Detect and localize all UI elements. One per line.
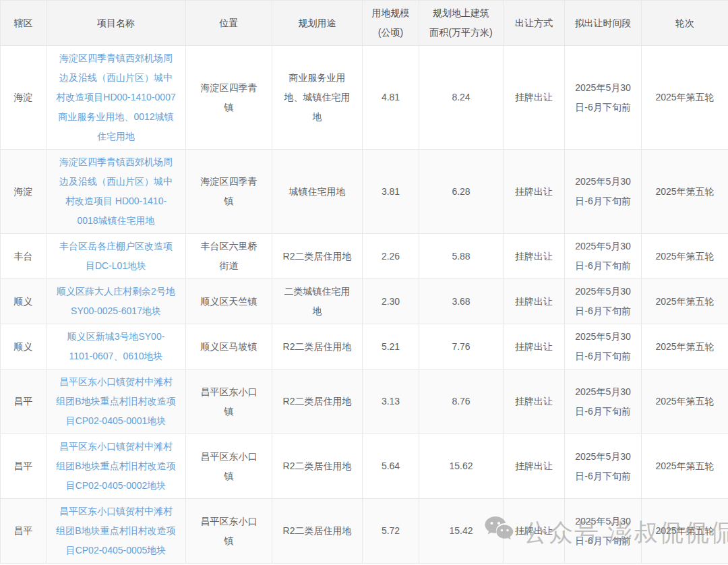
cell-land-area: 3.13 (363, 369, 419, 434)
cell-period: 2025年5月30日-6月下旬前 (565, 324, 642, 369)
cell-building-area: 6.28 (419, 150, 504, 234)
column-header-period: 拟出让时间段 (565, 1, 642, 46)
cell-period: 2025年5月30日-6月下旬前 (565, 369, 642, 434)
cell-project[interactable]: 丰台区岳各庄棚户区改造项目DC-L01地块 (47, 234, 186, 279)
cell-period: 2025年5月30日-6月下旬前 (565, 499, 642, 564)
cell-land-area: 5.21 (363, 324, 419, 369)
cell-project[interactable]: 昌平区东小口镇贺村中滩村组团B地块重点村旧村改造项目CP02-0405-0002… (47, 434, 186, 499)
table-row: 海淀海淀区四季青镇西郊机场周边及沿线（西山片区）城中村改造项目HD00-1410… (1, 46, 728, 150)
cell-land-area: 3.81 (363, 150, 419, 234)
cell-project[interactable]: 昌平区东小口镇贺村中滩村组团B地块重点村旧村改造项目CP02-0405-0001… (47, 369, 186, 434)
cell-location: 昌平区东小口镇 (186, 499, 272, 564)
cell-district: 海淀 (1, 150, 47, 234)
cell-location: 丰台区六里桥街道 (186, 234, 272, 279)
table-row: 海淀海淀区四季青镇西郊机场周边及沿线（西山片区）城中村改造项目 HD00-141… (1, 150, 728, 234)
cell-building-area: 5.88 (419, 234, 504, 279)
cell-round: 2025年第五轮 (642, 46, 728, 150)
cell-usage: R2二类居住用地 (272, 234, 363, 279)
land-parcel-table: 辖区 项目名称 位置 规划用途 用地规模 (公顷) 规划地上建筑 面积(万平方米… (0, 0, 728, 564)
cell-building-area: 8.24 (419, 46, 504, 150)
cell-round: 2025年第五轮 (642, 499, 728, 564)
cell-district: 顺义 (1, 324, 47, 369)
cell-district: 顺义 (1, 279, 47, 324)
cell-location: 昌平区东小口镇 (186, 434, 272, 499)
table-header: 辖区 项目名称 位置 规划用途 用地规模 (公顷) 规划地上建筑 面积(万平方米… (1, 1, 728, 46)
cell-district: 昌平 (1, 499, 47, 564)
cell-method: 挂牌出让 (504, 324, 565, 369)
cell-project[interactable]: 顺义区新城3号地SY00-1101-0607、0610地块 (47, 324, 186, 369)
column-header-project: 项目名称 (47, 1, 186, 46)
cell-round: 2025年第五轮 (642, 279, 728, 324)
cell-method: 挂牌出让 (504, 434, 565, 499)
cell-usage: 城镇住宅用地 (272, 150, 363, 234)
cell-round: 2025年第五轮 (642, 324, 728, 369)
cell-land-area: 4.81 (363, 46, 419, 150)
cell-period: 2025年5月30日-6月下旬前 (565, 279, 642, 324)
cell-land-area: 5.72 (363, 499, 419, 564)
cell-period: 2025年5月30日-6月下旬前 (565, 434, 642, 499)
table-row: 丰台丰台区岳各庄棚户区改造项目DC-L01地块丰台区六里桥街道R2二类居住用地2… (1, 234, 728, 279)
column-header-round: 轮次 (642, 1, 728, 46)
cell-district: 昌平 (1, 434, 47, 499)
cell-round: 2025年第五轮 (642, 434, 728, 499)
cell-district: 昌平 (1, 369, 47, 434)
cell-method: 挂牌出让 (504, 46, 565, 150)
cell-usage: R2二类居住用地 (272, 369, 363, 434)
land-transfer-table-page: 辖区 项目名称 位置 规划用途 用地规模 (公顷) 规划地上建筑 面积(万平方米… (0, 0, 728, 565)
header-row: 辖区 项目名称 位置 规划用途 用地规模 (公顷) 规划地上建筑 面积(万平方米… (1, 1, 728, 46)
cell-land-area: 2.30 (363, 279, 419, 324)
cell-project[interactable]: 昌平区东小口镇贺村中滩村组团B地块重点村旧村改造项目CP02-0405-0005… (47, 499, 186, 564)
cell-period: 2025年5月30日-6月下旬前 (565, 150, 642, 234)
cell-usage: 二类城镇住宅用地 (272, 279, 363, 324)
cell-building-area: 3.68 (419, 279, 504, 324)
cell-round: 2025年第五轮 (642, 150, 728, 234)
table-row: 顺义顺义区新城3号地SY00-1101-0607、0610地块顺义区马坡镇R2二… (1, 324, 728, 369)
cell-project[interactable]: 海淀区四季青镇西郊机场周边及沿线（西山片区）城中村改造项目HD00-1410-0… (47, 46, 186, 150)
table-row: 昌平昌平区东小口镇贺村中滩村组团B地块重点村旧村改造项目CP02-0405-00… (1, 434, 728, 499)
column-header-method: 出让方式 (504, 1, 565, 46)
cell-location: 海淀区四季青镇 (186, 150, 272, 234)
cell-method: 挂牌出让 (504, 279, 565, 324)
cell-location: 昌平区东小口镇 (186, 369, 272, 434)
cell-usage: R2二类居住用地 (272, 434, 363, 499)
column-header-land-area: 用地规模 (公顷) (363, 1, 419, 46)
cell-method: 挂牌出让 (504, 499, 565, 564)
table-row: 昌平昌平区东小口镇贺村中滩村组团B地块重点村旧村改造项目CP02-0405-00… (1, 369, 728, 434)
cell-round: 2025年第五轮 (642, 234, 728, 279)
cell-location: 顺义区天竺镇 (186, 279, 272, 324)
cell-location: 顺义区马坡镇 (186, 324, 272, 369)
cell-method: 挂牌出让 (504, 369, 565, 434)
table-row: 昌平昌平区东小口镇贺村中滩村组团B地块重点村旧村改造项目CP02-0405-00… (1, 499, 728, 564)
cell-method: 挂牌出让 (504, 234, 565, 279)
cell-period: 2025年5月30日-6月下旬前 (565, 46, 642, 150)
cell-location: 海淀区四季青镇 (186, 46, 272, 150)
cell-method: 挂牌出让 (504, 150, 565, 234)
column-header-district: 辖区 (1, 1, 47, 46)
cell-district: 丰台 (1, 234, 47, 279)
cell-district: 海淀 (1, 46, 47, 150)
cell-building-area: 15.42 (419, 499, 504, 564)
cell-round: 2025年第五轮 (642, 369, 728, 434)
column-header-usage: 规划用途 (272, 1, 363, 46)
cell-usage: R2二类居住用地 (272, 499, 363, 564)
column-header-building-area: 规划地上建筑 面积(万平方米) (419, 1, 504, 46)
cell-usage: 商业服务业用地、城镇住宅用地 (272, 46, 363, 150)
cell-land-area: 2.26 (363, 234, 419, 279)
cell-building-area: 15.62 (419, 434, 504, 499)
cell-project[interactable]: 顺义区薛大人庄村剩余2号地SY00-0025-6017地块 (47, 279, 186, 324)
cell-usage: R2二类居住用地 (272, 324, 363, 369)
cell-land-area: 5.64 (363, 434, 419, 499)
cell-building-area: 8.76 (419, 369, 504, 434)
column-header-location: 位置 (186, 1, 272, 46)
cell-project[interactable]: 海淀区四季青镇西郊机场周边及沿线（西山片区）城中村改造项目 HD00-1410-… (47, 150, 186, 234)
table-row: 顺义顺义区薛大人庄村剩余2号地SY00-0025-6017地块顺义区天竺镇二类城… (1, 279, 728, 324)
cell-building-area: 7.76 (419, 324, 504, 369)
table-body: 海淀海淀区四季青镇西郊机场周边及沿线（西山片区）城中村改造项目HD00-1410… (1, 46, 728, 564)
cell-period: 2025年5月30日-6月下旬前 (565, 234, 642, 279)
